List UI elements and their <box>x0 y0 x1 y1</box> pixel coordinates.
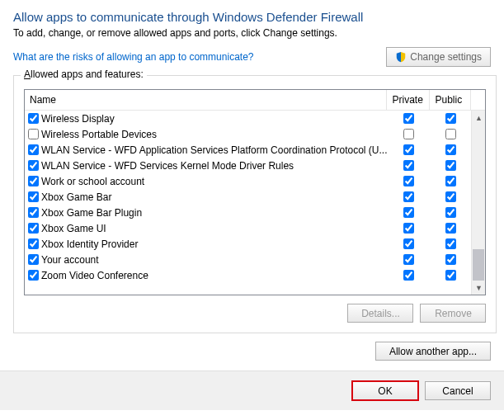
row-public-checkbox[interactable] <box>445 113 456 124</box>
row-enabled-checkbox[interactable] <box>28 160 39 171</box>
table-row[interactable]: Xbox Game Bar Plugin <box>25 205 471 220</box>
table-row[interactable]: Zoom Video Conference <box>25 267 471 283</box>
row-name-label: Xbox Game Bar Plugin <box>41 207 142 219</box>
allow-another-app-button[interactable]: Allow another app... <box>375 342 491 361</box>
row-private-checkbox[interactable] <box>403 113 414 124</box>
row-private-checkbox[interactable] <box>403 191 414 202</box>
row-enabled-checkbox[interactable] <box>28 270 39 281</box>
row-name-label: WLAN Service - WFD Services Kernel Mode … <box>41 160 294 172</box>
row-private-checkbox[interactable] <box>403 129 414 139</box>
table-row[interactable]: Xbox Game UI <box>25 220 471 236</box>
row-name-label: Xbox Game UI <box>41 223 106 234</box>
row-public-checkbox[interactable] <box>445 176 456 186</box>
table-row[interactable]: Work or school account <box>25 173 471 189</box>
ok-button[interactable]: OK <box>352 381 418 400</box>
row-enabled-checkbox[interactable] <box>28 207 39 218</box>
row-public-checkbox[interactable] <box>445 191 456 202</box>
column-header-name[interactable]: Name <box>25 90 387 110</box>
table-row[interactable]: Xbox Identity Provider <box>25 236 471 252</box>
row-enabled-checkbox[interactable] <box>28 191 39 202</box>
scroll-track[interactable] <box>472 125 485 281</box>
row-name-label: Work or school account <box>41 176 144 187</box>
row-private-checkbox[interactable] <box>403 144 414 155</box>
row-public-checkbox[interactable] <box>445 270 456 281</box>
row-public-checkbox[interactable] <box>445 223 456 234</box>
scrollbar[interactable]: ▲ ▼ <box>471 111 485 295</box>
list-header: Name Private Public <box>25 90 485 111</box>
row-name-label: WLAN Service - WFD Application Services … <box>41 144 387 156</box>
row-name-label: Wireless Portable Devices <box>41 129 157 140</box>
row-enabled-checkbox[interactable] <box>28 129 39 139</box>
column-header-public[interactable]: Public <box>430 90 471 110</box>
row-enabled-checkbox[interactable] <box>28 113 39 124</box>
table-row[interactable]: WLAN Service - WFD Application Services … <box>25 142 471 158</box>
scroll-down-icon[interactable]: ▼ <box>472 281 485 295</box>
row-enabled-checkbox[interactable] <box>28 223 39 234</box>
scroll-thumb[interactable] <box>473 249 484 281</box>
row-public-checkbox[interactable] <box>445 129 456 139</box>
list-rows: Wireless DisplayWireless Portable Device… <box>25 111 471 295</box>
row-public-checkbox[interactable] <box>445 238 456 249</box>
row-enabled-checkbox[interactable] <box>28 254 39 265</box>
row-private-checkbox[interactable] <box>403 270 414 281</box>
table-row[interactable]: Wireless Portable Devices <box>25 126 471 142</box>
row-name-label: Xbox Game Bar <box>41 191 111 203</box>
row-public-checkbox[interactable] <box>445 254 456 265</box>
change-settings-label: Change settings <box>410 51 482 63</box>
apps-list: Name Private Public Wireless DisplayWire… <box>24 89 486 295</box>
allowed-apps-group: Allowed apps and features: Name Private … <box>13 75 497 333</box>
row-private-checkbox[interactable] <box>403 160 414 171</box>
table-row[interactable]: Your account <box>25 252 471 267</box>
row-name-label: Xbox Identity Provider <box>41 238 138 250</box>
cancel-button[interactable]: Cancel <box>425 381 491 400</box>
shield-icon <box>395 51 407 63</box>
row-enabled-checkbox[interactable] <box>28 144 39 155</box>
table-row[interactable]: Wireless Display <box>25 111 471 126</box>
row-public-checkbox[interactable] <box>445 160 456 171</box>
row-enabled-checkbox[interactable] <box>28 176 39 186</box>
table-row[interactable]: Xbox Game Bar <box>25 189 471 205</box>
row-private-checkbox[interactable] <box>403 207 414 218</box>
row-name-label: Wireless Display <box>41 113 115 125</box>
risks-link[interactable]: What are the risks of allowing an app to… <box>13 51 253 63</box>
dialog-footer: OK Cancel <box>0 370 504 410</box>
row-private-checkbox[interactable] <box>403 254 414 265</box>
row-private-checkbox[interactable] <box>403 223 414 234</box>
row-public-checkbox[interactable] <box>445 144 456 155</box>
row-name-label: Your account <box>41 254 99 266</box>
scroll-up-icon[interactable]: ▲ <box>472 111 485 125</box>
table-row[interactable]: WLAN Service - WFD Services Kernel Mode … <box>25 158 471 173</box>
page-title: Allow apps to communicate through Window… <box>13 10 491 24</box>
column-header-scroll <box>471 90 485 110</box>
group-label: Allowed apps and features: <box>21 68 147 80</box>
row-enabled-checkbox[interactable] <box>28 238 39 249</box>
change-settings-button[interactable]: Change settings <box>386 47 491 67</box>
remove-button[interactable]: Remove <box>420 304 486 323</box>
row-public-checkbox[interactable] <box>445 207 456 218</box>
row-name-label: Zoom Video Conference <box>41 270 148 281</box>
column-header-private[interactable]: Private <box>387 90 430 110</box>
details-button[interactable]: Details... <box>347 304 413 323</box>
page-subtext: To add, change, or remove allowed apps a… <box>13 27 491 39</box>
row-private-checkbox[interactable] <box>403 176 414 186</box>
row-private-checkbox[interactable] <box>403 238 414 249</box>
